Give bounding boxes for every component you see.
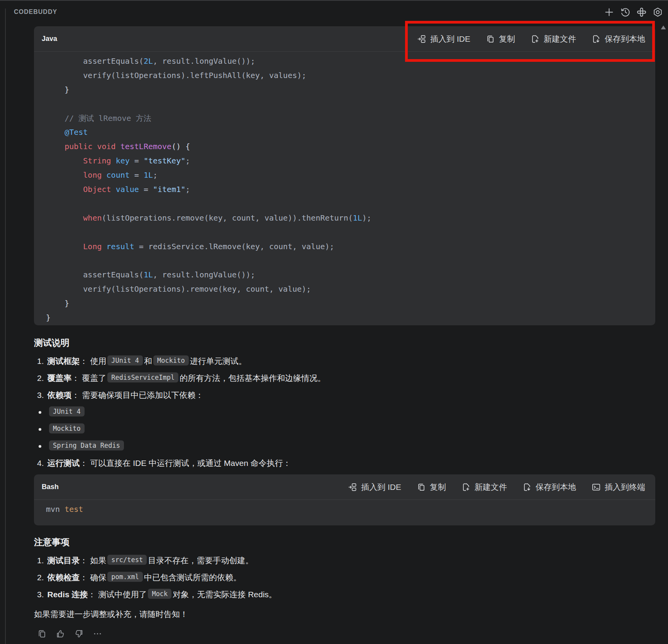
code-block-toolbar: 插入到 IDE复制新建文件保存到本地插入到终端 — [348, 482, 645, 493]
numbered-item: 3.依赖项： 需要确保项目中已添加以下依赖： — [34, 387, 636, 404]
new-file-button[interactable]: 新建文件 — [531, 34, 576, 44]
code-line: @Test — [46, 125, 648, 139]
button-label: 插入到 IDE — [361, 482, 401, 493]
inline-code-chip: Spring Data Redis — [49, 440, 124, 450]
item-number: 3. — [37, 391, 44, 400]
code-content: mvn test — [34, 500, 655, 517]
text-segment: 依赖检查 — [47, 572, 80, 583]
save-file-icon — [592, 34, 601, 44]
inline-code-chip: src/test — [107, 555, 147, 565]
button-label: 保存到本地 — [605, 34, 645, 44]
numbered-item: 3.Redis 连接： 测试中使用了 Mock 对象，无需实际连接 Redis。 — [34, 586, 636, 603]
button-label: 保存到本地 — [536, 482, 576, 493]
save-local-button[interactable]: 保存到本地 — [522, 482, 576, 493]
section-heading: 注意事项 — [34, 536, 636, 548]
insert-to-ide-button[interactable]: 插入到 IDE — [348, 482, 401, 493]
item-number: 1. — [37, 556, 44, 565]
new-file-icon — [461, 483, 471, 492]
item-number: 2. — [37, 573, 44, 582]
bullet-item: JUnit 4 — [34, 404, 636, 421]
save-local-button[interactable]: 保存到本地 — [592, 34, 645, 44]
text-segment: 进行单元测试。 — [190, 356, 247, 367]
history-button[interactable] — [620, 7, 631, 18]
code-line: verify(listOperations).leftPushAll(key, … — [46, 68, 648, 83]
button-label: 新建文件 — [475, 482, 507, 493]
insert-terminal-button[interactable]: 插入到终端 — [592, 482, 645, 493]
codebuddy-panel: CODEBUDDY Java 插入到 IDE复制新建文件保存到本地 assert… — [0, 0, 668, 644]
copy-response-button[interactable] — [37, 629, 47, 639]
new-file-button[interactable]: 新建文件 — [461, 482, 507, 493]
app-title: CODEBUDDY — [14, 8, 57, 15]
inline-code-chip: Mock — [148, 589, 171, 599]
text-segment: ： 需要确保项目中已添加以下依赖： — [72, 390, 204, 401]
text-segment: 测试框架 — [47, 356, 80, 367]
inline-code-chip: JUnit 4 — [49, 406, 85, 416]
bullet-dot — [39, 445, 41, 448]
copy-icon — [37, 629, 47, 639]
bullet-dot — [39, 411, 41, 414]
code-line: } — [46, 296, 648, 311]
inline-code-chip: Mockito — [49, 423, 85, 433]
text-segment: ： 覆盖了 — [72, 373, 107, 384]
thumbs-up-button[interactable] — [56, 629, 65, 639]
numbered-item: 1.测试目录： 如果 src/test 目录不存在，需要手动创建。 — [34, 552, 636, 569]
top-icon-bar — [604, 7, 663, 18]
item-number: 3. — [37, 590, 44, 599]
button-label: 插入到 IDE — [430, 34, 470, 44]
plugin-icon — [636, 7, 647, 17]
insert-to-ide-button[interactable]: 插入到 IDE — [417, 34, 470, 44]
scroll-up-arrow[interactable] — [660, 25, 666, 30]
copy-button[interactable]: 复制 — [417, 482, 446, 493]
settings-icon — [653, 7, 663, 17]
thumbs-up-icon — [56, 629, 65, 639]
code-content: assertEquals(2L, result.longValue()); ve… — [34, 52, 655, 325]
terminal-icon — [592, 483, 601, 492]
language-label: Bash — [42, 483, 59, 491]
history-icon — [620, 7, 631, 17]
item-number: 4. — [37, 459, 44, 468]
text-segment: 依赖项 — [47, 390, 72, 401]
text-segment: 覆盖率 — [47, 373, 72, 384]
bullet-list: JUnit 4MockitoSpring Data Redis — [34, 404, 636, 455]
code-line: public void testLRemove() { — [46, 139, 648, 154]
settings-button[interactable] — [652, 7, 663, 18]
thumbs-down-button[interactable] — [74, 629, 84, 639]
insert-ide-icon — [417, 34, 426, 44]
insert-ide-icon — [348, 483, 357, 492]
code-line: long count = 1L; — [46, 168, 648, 182]
new-chat-button[interactable] — [604, 7, 615, 18]
copy-icon — [486, 34, 495, 44]
code-line — [46, 225, 648, 240]
copy-icon — [417, 483, 426, 492]
code-line: Long result = redisService.lRemove(key, … — [46, 240, 648, 254]
button-label: 新建文件 — [544, 34, 576, 44]
bash-code-block: Bash 插入到 IDE复制新建文件保存到本地插入到终端 mvn test — [34, 474, 655, 525]
inline-code-chip: pom.xml — [107, 572, 143, 582]
code-line: Object value = "item1"; — [46, 182, 648, 197]
section-heading: 测试说明 — [34, 337, 636, 349]
code-line — [46, 97, 648, 111]
bullet-item: Mockito — [34, 421, 636, 438]
text-segment: 目录不存在，需要手动创建。 — [148, 555, 253, 566]
text-segment: 和 — [144, 356, 152, 367]
text-segment: ： 测试中使用了 — [88, 589, 147, 600]
thumbs-down-icon — [74, 629, 84, 639]
text-segment: Redis 连接 — [47, 589, 88, 600]
code-block-header: Java 插入到 IDE复制新建文件保存到本地 — [34, 26, 655, 52]
numbered-list: 4.运行测试： 可以直接在 IDE 中运行测试，或通过 Maven 命令执行： — [34, 455, 636, 472]
more-actions-button[interactable] — [93, 629, 102, 639]
code-line: mvn test — [46, 502, 648, 517]
code-line: } — [46, 83, 648, 97]
inline-code-chip: JUnit 4 — [107, 355, 143, 365]
code-block-header: Bash 插入到 IDE复制新建文件保存到本地插入到终端 — [34, 474, 655, 500]
more-icon — [93, 629, 102, 639]
response-action-bar — [37, 629, 102, 639]
plugin-button[interactable] — [636, 7, 647, 18]
section-test-notes: 测试说明 1.测试框架： 使用 JUnit 4 和 Mockito 进行单元测试… — [34, 337, 636, 472]
panel-divider — [5, 8, 6, 644]
numbered-item: 2.覆盖率： 覆盖了 RedisServiceImpl 的所有方法，包括基本操作… — [34, 370, 636, 387]
button-label: 插入到终端 — [605, 482, 645, 493]
code-line: } — [46, 311, 648, 325]
item-number: 2. — [37, 374, 44, 383]
copy-button[interactable]: 复制 — [486, 34, 515, 44]
